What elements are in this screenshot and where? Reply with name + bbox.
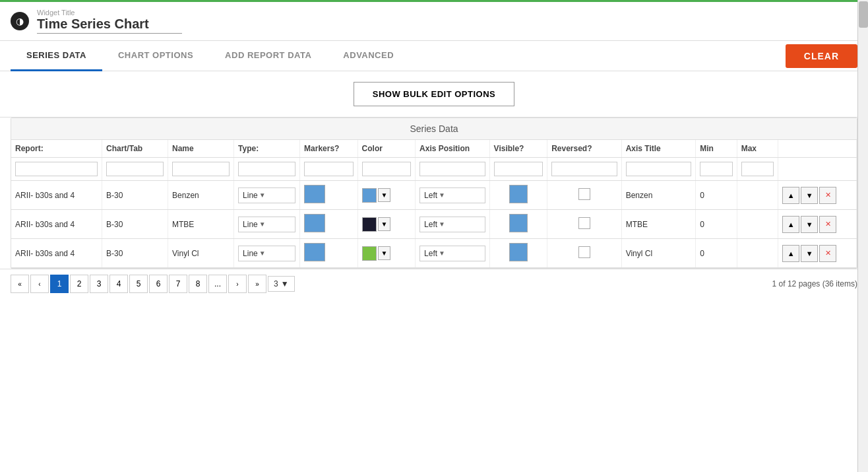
- widget-title-container: Widget Title Time Series Chart: [37, 9, 182, 34]
- reversed-checkbox-1[interactable]: [578, 217, 590, 229]
- col-axis-position: Axis Position: [416, 140, 490, 158]
- type-select-0[interactable]: Line ▼: [238, 187, 295, 203]
- cell-type-0[interactable]: Line ▼: [234, 181, 300, 210]
- cell-color-0[interactable]: ▼: [357, 181, 416, 210]
- page-1[interactable]: 1: [50, 275, 69, 293]
- move-down-button-2[interactable]: ▼: [801, 245, 818, 262]
- cell-axis-title-0: Benzen: [621, 181, 696, 210]
- cell-markers-2[interactable]: [300, 239, 358, 268]
- filter-markers[interactable]: [304, 162, 354, 176]
- scrollbar[interactable]: [857, 0, 868, 472]
- page-first[interactable]: «: [11, 275, 29, 293]
- col-axis-title: Axis Title: [621, 140, 696, 158]
- cell-visible-1[interactable]: [489, 210, 547, 239]
- filter-type[interactable]: [238, 162, 295, 176]
- page-prev[interactable]: ‹: [30, 275, 49, 293]
- filter-color[interactable]: [362, 162, 412, 176]
- filter-visible[interactable]: [494, 162, 543, 176]
- axis-select-0[interactable]: Left ▼: [419, 187, 485, 203]
- move-up-button-2[interactable]: ▲: [782, 245, 799, 262]
- widget-title-input[interactable]: Time Series Chart: [37, 17, 182, 34]
- page-3[interactable]: 3: [90, 275, 108, 293]
- visible-swatch-2[interactable]: [509, 243, 528, 261]
- cell-min-2: 0: [696, 239, 737, 268]
- page-ellipsis[interactable]: ...: [208, 275, 227, 293]
- filter-chart-tab[interactable]: [106, 162, 164, 176]
- tabs-row: SERIES DATA CHART OPTIONS ADD REPORT DAT…: [0, 41, 868, 71]
- page-5[interactable]: 5: [129, 275, 148, 293]
- cell-markers-0[interactable]: [300, 181, 358, 210]
- cell-actions-0: ▲ ▼ ✕: [778, 181, 857, 210]
- cell-visible-2[interactable]: [489, 239, 547, 268]
- move-down-button-0[interactable]: ▼: [801, 187, 818, 204]
- page-6[interactable]: 6: [149, 275, 168, 293]
- color-picker-arrow-0[interactable]: ▼: [378, 188, 391, 202]
- cell-axis-title-1: MTBE: [621, 210, 696, 239]
- visible-swatch-0[interactable]: [509, 185, 528, 203]
- cell-axis-position-0[interactable]: Left ▼: [416, 181, 490, 210]
- cell-type-2[interactable]: Line ▼: [234, 239, 300, 268]
- axis-select-1[interactable]: Left ▼: [419, 217, 485, 232]
- filter-axis-title[interactable]: [626, 162, 692, 176]
- scrollbar-thumb[interactable]: [859, 1, 868, 28]
- clear-button[interactable]: CLEAR: [786, 44, 857, 68]
- cell-min-1: 0: [696, 210, 737, 239]
- cell-color-2[interactable]: ▼: [357, 239, 416, 268]
- reversed-checkbox-2[interactable]: [578, 246, 590, 258]
- type-select-arrow-icon: ▼: [259, 191, 266, 199]
- page-size-arrow-icon: ▼: [281, 279, 289, 288]
- color-swatch-0[interactable]: [362, 188, 377, 203]
- axis-select-2[interactable]: Left ▼: [419, 246, 485, 261]
- delete-button-0[interactable]: ✕: [819, 187, 836, 204]
- filter-min[interactable]: [700, 162, 733, 176]
- markers-swatch-1[interactable]: [304, 214, 325, 232]
- color-swatch-2[interactable]: [362, 246, 377, 261]
- tab-advanced[interactable]: ADVANCED: [327, 41, 410, 71]
- cell-axis-position-1[interactable]: Left ▼: [416, 210, 490, 239]
- cell-name-1: MTBE: [168, 210, 234, 239]
- type-select-arrow-icon: ▼: [259, 250, 266, 257]
- cell-report-0: ARII- b30s and 4: [11, 181, 102, 210]
- page-next[interactable]: ›: [228, 275, 247, 293]
- cell-report-2: ARII- b30s and 4: [11, 239, 102, 268]
- tab-add-report-data[interactable]: ADD REPORT DATA: [209, 41, 327, 71]
- reversed-checkbox-0[interactable]: [578, 188, 590, 200]
- page-4[interactable]: 4: [109, 275, 128, 293]
- color-picker-arrow-1[interactable]: ▼: [378, 217, 391, 231]
- page-8[interactable]: 8: [189, 275, 207, 293]
- filter-axis-position[interactable]: [419, 162, 485, 176]
- filter-report[interactable]: [15, 162, 98, 176]
- cell-type-1[interactable]: Line ▼: [234, 210, 300, 239]
- markers-swatch-0[interactable]: [304, 185, 325, 203]
- page-last[interactable]: »: [248, 275, 266, 293]
- cell-reversed-0[interactable]: [547, 181, 622, 210]
- page-size-selector[interactable]: 3 ▼: [268, 276, 295, 292]
- cell-chart-tab-0: B-30: [102, 181, 168, 210]
- color-picker-arrow-2[interactable]: ▼: [378, 246, 391, 260]
- filter-reversed[interactable]: [551, 162, 617, 176]
- bulk-edit-button[interactable]: SHOW BULK EDIT OPTIONS: [354, 82, 515, 106]
- type-select-1[interactable]: Line ▼: [238, 217, 295, 232]
- type-select-2[interactable]: Line ▼: [238, 246, 295, 261]
- cell-reversed-2[interactable]: [547, 239, 622, 268]
- color-swatch-1[interactable]: [362, 217, 377, 232]
- cell-axis-title-2: Vinyl Cl: [621, 239, 696, 268]
- page-7[interactable]: 7: [169, 275, 187, 293]
- cell-color-1[interactable]: ▼: [357, 210, 416, 239]
- filter-max[interactable]: [741, 162, 774, 176]
- tab-chart-options[interactable]: CHART OPTIONS: [102, 41, 209, 71]
- move-up-button-0[interactable]: ▲: [782, 187, 799, 204]
- move-up-button-1[interactable]: ▲: [782, 216, 799, 233]
- delete-button-2[interactable]: ✕: [819, 245, 836, 262]
- cell-markers-1[interactable]: [300, 210, 358, 239]
- move-down-button-1[interactable]: ▼: [801, 216, 818, 233]
- delete-button-1[interactable]: ✕: [819, 216, 836, 233]
- page-2[interactable]: 2: [70, 275, 88, 293]
- visible-swatch-1[interactable]: [509, 214, 528, 232]
- markers-swatch-2[interactable]: [304, 243, 325, 261]
- cell-axis-position-2[interactable]: Left ▼: [416, 239, 490, 268]
- cell-visible-0[interactable]: [489, 181, 547, 210]
- tab-series-data[interactable]: SERIES DATA: [11, 41, 102, 71]
- cell-reversed-1[interactable]: [547, 210, 622, 239]
- filter-name[interactable]: [172, 162, 230, 176]
